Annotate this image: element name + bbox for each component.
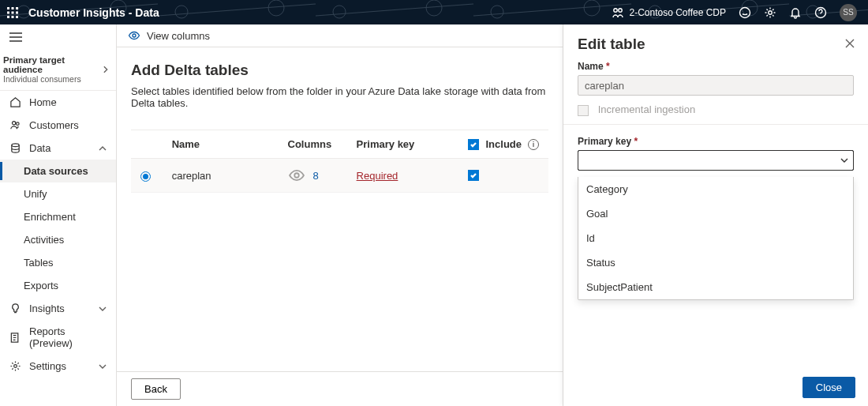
col-include: Include xyxy=(485,138,522,150)
nav-data-sources[interactable]: Data sources xyxy=(0,160,116,182)
environment-picker[interactable]: 2-Contoso Coffee CDP xyxy=(612,6,726,19)
svg-rect-8 xyxy=(16,16,18,18)
svg-rect-1 xyxy=(12,7,14,9)
nav-customers[interactable]: Customers xyxy=(0,114,116,137)
nav-reports[interactable]: Reports (Preview) xyxy=(0,320,116,355)
help-icon[interactable] xyxy=(814,6,827,19)
nav-insights[interactable]: Insights xyxy=(0,297,116,320)
pk-dropdown-list: Category Goal Id Status SubjectPatient xyxy=(578,177,854,300)
pk-combobox[interactable] xyxy=(578,150,854,171)
incremental-label: Incremental ingestion xyxy=(598,103,696,115)
svg-rect-5 xyxy=(16,11,18,13)
nav-unify[interactable]: Unify xyxy=(0,182,116,205)
smile-icon[interactable] xyxy=(739,6,751,19)
close-icon[interactable] xyxy=(844,38,855,51)
name-input xyxy=(578,75,854,96)
incremental-checkbox xyxy=(578,105,589,116)
customers-icon xyxy=(9,119,21,131)
chevron-down-icon xyxy=(99,305,107,313)
dd-item-goal[interactable]: Goal xyxy=(578,201,853,226)
waffle-icon[interactable] xyxy=(6,6,19,19)
nav-home[interactable]: Home xyxy=(0,91,116,114)
audience-title: Primary target audience xyxy=(3,55,102,74)
svg-point-9 xyxy=(614,8,617,11)
env-name: 2-Contoso Coffee CDP xyxy=(629,7,726,18)
col-name: Name xyxy=(163,130,279,159)
gear-icon[interactable] xyxy=(764,6,776,19)
name-label: Name * xyxy=(578,61,854,72)
preview-icon[interactable] xyxy=(288,167,305,184)
chevron-down-icon[interactable] xyxy=(840,156,849,165)
row-name: careplan xyxy=(163,159,279,193)
avatar[interactable]: SS xyxy=(840,4,857,21)
svg-rect-4 xyxy=(12,11,14,13)
svg-rect-7 xyxy=(12,16,14,18)
dd-item-category[interactable]: Category xyxy=(578,177,853,201)
row-columns-link[interactable]: 8 xyxy=(313,170,319,182)
dd-item-id[interactable]: Id xyxy=(578,226,853,250)
hamburger-icon[interactable] xyxy=(0,24,116,52)
table-row[interactable]: careplan 8 Required xyxy=(131,159,548,193)
svg-point-23 xyxy=(294,173,299,178)
svg-rect-3 xyxy=(7,11,9,13)
pk-label: Primary key * xyxy=(578,136,854,147)
data-icon xyxy=(9,142,21,154)
nav-exports[interactable]: Exports xyxy=(0,274,116,297)
view-columns-button[interactable]: View columns xyxy=(147,30,210,42)
nav-tables[interactable]: Tables xyxy=(0,251,116,274)
home-icon xyxy=(9,96,21,108)
col-columns: Columns xyxy=(279,130,347,159)
dd-item-subjectpatient[interactable]: SubjectPatient xyxy=(578,275,853,299)
insights-icon xyxy=(9,303,21,314)
reports-icon xyxy=(9,332,21,344)
nav-enrichment[interactable]: Enrichment xyxy=(0,205,116,228)
audience-subtitle: Individual consumers xyxy=(3,74,102,84)
app-title: Customer Insights - Data xyxy=(28,6,159,19)
page-subtitle: Select tables identified below from the … xyxy=(131,85,548,109)
edit-table-panel: Edit table Name * Incremental ingestion … xyxy=(563,24,868,406)
nav-data[interactable]: Data xyxy=(0,137,116,160)
row-primary-key-link[interactable]: Required xyxy=(357,170,398,182)
back-button[interactable]: Back xyxy=(131,378,181,400)
org-icon xyxy=(612,6,624,19)
svg-point-19 xyxy=(12,144,19,147)
svg-point-12 xyxy=(769,10,772,13)
row-include-checkbox[interactable] xyxy=(468,170,479,181)
chevron-right-icon xyxy=(102,66,110,73)
row-select-radio[interactable] xyxy=(140,171,151,182)
svg-rect-0 xyxy=(7,7,9,9)
info-icon[interactable]: i xyxy=(528,139,539,150)
dd-item-status[interactable]: Status xyxy=(578,250,853,275)
panel-close-button[interactable]: Close xyxy=(803,377,855,398)
nav-settings[interactable]: Settings xyxy=(0,355,116,378)
eye-icon xyxy=(128,29,140,42)
svg-point-21 xyxy=(14,365,17,368)
svg-point-22 xyxy=(133,34,136,37)
bell-icon[interactable] xyxy=(789,6,802,19)
include-all-checkbox[interactable] xyxy=(468,139,479,150)
chevron-down-icon xyxy=(99,363,107,370)
svg-rect-2 xyxy=(16,7,18,9)
svg-point-10 xyxy=(619,8,622,11)
page-title: Add Delta tables xyxy=(131,62,548,79)
col-primary-key: Primary key xyxy=(347,130,459,159)
tables-grid: Name Columns Primary key Include i xyxy=(131,130,548,193)
svg-point-18 xyxy=(17,122,20,126)
settings-icon xyxy=(9,360,21,372)
chevron-up-icon xyxy=(99,145,107,152)
nav-activities[interactable]: Activities xyxy=(0,228,116,251)
svg-point-17 xyxy=(12,122,15,125)
svg-rect-6 xyxy=(7,16,9,18)
audience-selector[interactable]: Primary target audience Individual consu… xyxy=(0,52,116,91)
svg-point-11 xyxy=(740,7,750,17)
panel-title: Edit table xyxy=(578,36,645,53)
